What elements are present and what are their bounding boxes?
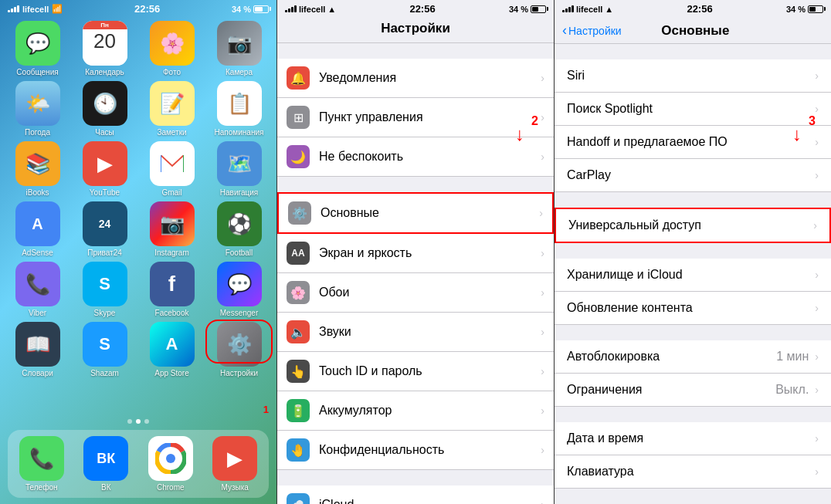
app-gmail-label: Gmail (161, 188, 181, 197)
item-datetime[interactable]: Дата и время › (555, 422, 831, 455)
limits-chevron: › (815, 384, 819, 396)
item-update[interactable]: Обновление контента › (555, 292, 831, 325)
app-facebook-label: Facebook (155, 309, 189, 317)
spotlight-chevron: › (815, 103, 819, 115)
keyboard-label: Клавиатура (567, 465, 815, 479)
home-content: 💬 Сообщения Пн 20 Календарь 🌸 Фото 📷 Кам… (0, 18, 276, 504)
back-button[interactable]: ‹ Настройки (562, 22, 622, 39)
item-carplay[interactable]: CarPlay › (555, 159, 831, 192)
app-skype[interactable]: S Skype (73, 262, 136, 317)
dock-music[interactable]: ▶ Музыка (205, 436, 266, 492)
signal-bars-3 (562, 5, 574, 12)
siri-label: Siri (567, 69, 815, 83)
app-clock[interactable]: 🕙 Часы (73, 81, 136, 137)
update-label: Обновление контента (567, 301, 815, 315)
app-navigation[interactable]: 🗺️ Навигация (208, 141, 270, 197)
wifi-icon-3: ▲ (605, 5, 613, 14)
settings-wallpaper[interactable]: 🌸 Обои › (277, 273, 554, 313)
dock-chrome[interactable]: Chrome (140, 436, 202, 492)
item-universal[interactable]: Универсальный доступ › (555, 208, 831, 243)
icloud-icon: ☁️ (287, 493, 310, 504)
wallpaper-label: Обои (319, 286, 541, 299)
app-appstore[interactable]: A App Store (141, 322, 203, 377)
dock-phone[interactable]: 📞 Телефон (11, 436, 73, 492)
item-keyboard[interactable]: Клавиатура › (555, 455, 831, 489)
settings-sounds[interactable]: 🔈 Звуки › (277, 313, 554, 352)
app-calendar-label: Календарь (85, 68, 124, 76)
app-messages[interactable]: 💬 Сообщения (6, 21, 69, 76)
item-spotlight[interactable]: Поиск Spotlight › (555, 93, 831, 126)
battery-chevron: › (541, 404, 544, 417)
app-settings[interactable]: ⚙️ Настройки (208, 322, 270, 377)
battery-setting-icon: 🔋 (287, 399, 310, 422)
spotlight-label: Поиск Spotlight (567, 102, 815, 116)
settings-dnd[interactable]: 🌙 Не беспокоить › (277, 137, 554, 177)
app-viber[interactable]: 📞 Viber (6, 262, 69, 317)
datetime-chevron: › (815, 432, 819, 445)
keyboard-chevron: › (815, 465, 819, 478)
dock-vk-icon: ВК (83, 436, 128, 481)
app-gmail[interactable]: Gmail (141, 141, 203, 197)
basic-chevron: › (539, 207, 543, 219)
settings-notifications[interactable]: 🔔 Уведомления › (277, 59, 554, 98)
settings-touchid[interactable]: 👆 Touch ID и пароль › (277, 352, 554, 391)
app-football[interactable]: ⚽ Football (208, 201, 270, 257)
app-ibooks[interactable]: 📚 iBooks (6, 141, 69, 197)
settings-basic[interactable]: ⚙️ Основные › (277, 192, 554, 234)
osnovnie-list[interactable]: Siri › Поиск Spotlight › Handoff и предл… (555, 44, 831, 504)
annotation-1-label: 1 (263, 404, 269, 415)
app-messenger[interactable]: 💬 Messenger (208, 262, 270, 317)
autoblok-value: 1 мин (776, 350, 809, 364)
app-facebook[interactable]: f Facebook (141, 262, 203, 317)
app-weather[interactable]: 🌤️ Погода (6, 81, 69, 137)
app-youtube[interactable]: ▶ YouTube (73, 141, 136, 197)
dock-phone-label: Телефон (25, 483, 57, 492)
skype-icon: S (83, 262, 127, 306)
sounds-icon: 🔈 (287, 320, 310, 343)
status-bar-phone1: lifecell 📶 22:56 34 % (0, 0, 276, 18)
app-adsense[interactable]: A AdSense (6, 201, 69, 257)
time-2: 22:56 (409, 3, 435, 15)
privacy-label: Конфиденциальность (319, 443, 541, 457)
app-privat24[interactable]: 24 Приват24 (73, 201, 136, 257)
phone3-osnovnie: lifecell ▲ 22:56 34 % ‹ Настройки Основн… (554, 0, 831, 504)
settings-icloud[interactable]: ☁️ iCloud › (277, 485, 554, 504)
app-calendar[interactable]: Пн 20 Календарь (73, 21, 136, 76)
app-shazam[interactable]: S Shazam (73, 322, 136, 377)
privacy-chevron: › (541, 444, 544, 456)
arrow-down-2: ↓ (515, 125, 524, 144)
item-siri[interactable]: Siri › (555, 59, 831, 93)
app-instagram[interactable]: 📷 Instagram (141, 201, 203, 257)
limits-label: Ограничения (567, 383, 775, 397)
settings-privacy[interactable]: 🤚 Конфиденциальность › (277, 431, 554, 470)
dnd-chevron: › (541, 151, 544, 163)
app-camera[interactable]: 📷 Камера (208, 21, 270, 76)
facebook-icon: f (150, 262, 195, 306)
app-reminders[interactable]: 📋 Напоминания (208, 81, 270, 137)
control-chevron: › (541, 111, 544, 123)
settings-battery[interactable]: 🔋 Аккумулятор › (277, 391, 554, 431)
item-storage[interactable]: Хранилище и iCloud › (555, 259, 831, 292)
shazam-icon: S (83, 322, 127, 367)
settings-list[interactable]: 🔔 Уведомления › ⊞ Пункт управления › 🌙 Н… (277, 43, 554, 504)
app-camera-label: Камера (226, 68, 253, 76)
spacer-3 (277, 470, 554, 485)
spacer-5 (555, 192, 831, 208)
icloud-label: iCloud (319, 498, 541, 504)
time-display: 22:56 (134, 3, 160, 15)
app-notes[interactable]: 📝 Заметки (141, 81, 203, 137)
app-skype-label: Skype (94, 309, 116, 317)
status-right-3: 34 % (786, 5, 823, 14)
item-autoblok[interactable]: Автоблокировка 1 мин › (555, 340, 831, 374)
control-icon: ⊞ (287, 106, 310, 129)
status-bar-phone3: lifecell ▲ 22:56 34 % (555, 0, 831, 18)
settings-control[interactable]: ⊞ Пункт управления › (277, 98, 554, 137)
signal-bars-2 (285, 5, 297, 12)
app-slovari[interactable]: 📖 Словари (6, 322, 69, 377)
app-photos[interactable]: 🌸 Фото (141, 21, 203, 76)
handoff-label: Handoff и предлагаемое ПО (567, 135, 815, 149)
item-handoff[interactable]: Handoff и предлагаемое ПО › (555, 126, 831, 159)
item-limits[interactable]: Ограничения Выкл. › (555, 374, 831, 407)
dock-vk[interactable]: ВК ВК (76, 436, 137, 492)
settings-display[interactable]: AA Экран и яркость › (277, 234, 554, 273)
